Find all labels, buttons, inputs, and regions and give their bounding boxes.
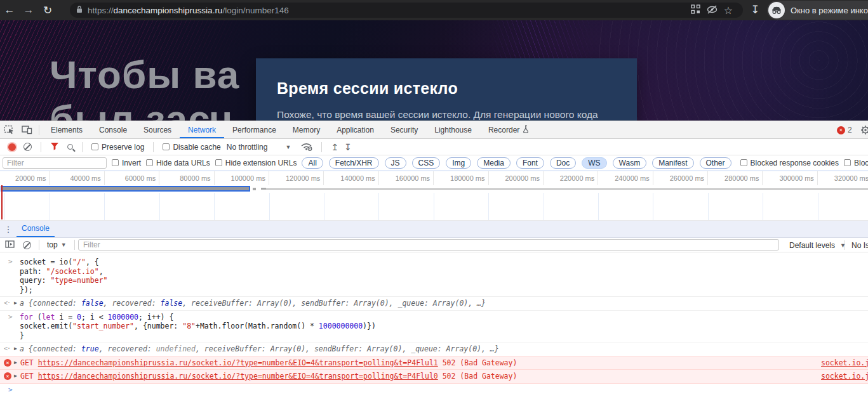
filter-hide-extension-urls-checkbox[interactable] (215, 159, 222, 166)
preserve-log-checkbox[interactable] (91, 143, 98, 150)
incognito-window-label: Окно в режиме инкогнито (791, 6, 868, 15)
devtools-settings-gear-icon[interactable] (860, 125, 868, 137)
type-filter-fetch-xhr[interactable]: Fetch/XHR (329, 157, 379, 169)
devtools-panel: ElementsConsoleSourcesNetworkPerformance… (0, 121, 868, 411)
download-icon[interactable]: ↧ (751, 3, 759, 16)
divider (153, 142, 154, 152)
tab-network[interactable]: Network (180, 121, 224, 138)
type-filter-manifest[interactable]: Manifest (652, 157, 693, 169)
record-network-log-button[interactable] (8, 143, 16, 151)
address-bar[interactable]: https://dancechampionshiprussia.ru/login… (70, 3, 743, 18)
type-filter-doc[interactable]: Doc (550, 157, 576, 169)
network-timeline-ruler[interactable]: 20000 ms40000 ms60000 ms80000 ms100000 m… (0, 171, 868, 185)
type-filter-img[interactable]: Img (446, 157, 471, 169)
filter-invert[interactable]: Invert (112, 159, 141, 167)
filter-hide-extension-urls[interactable]: Hide extension URLs (215, 159, 297, 167)
throttling-dropdown[interactable]: No throttling ▼ (227, 143, 291, 152)
timeline-tick: 80000 ms (159, 171, 214, 185)
type-filter-js[interactable]: JS (385, 157, 406, 169)
tab-recorder[interactable]: Recorder (480, 121, 538, 138)
network-conditions-icon[interactable] (300, 141, 312, 153)
console-sidebar-icon[interactable] (5, 240, 15, 250)
expand-triangle-icon[interactable]: ▶ (14, 372, 17, 381)
console-levels-dropdown[interactable]: Default levels ▼ (789, 238, 846, 252)
timeline-tick: 280000 ms (708, 171, 763, 185)
filter-funnel-icon[interactable] (50, 142, 59, 152)
divider (74, 240, 75, 250)
timeline-tick: 180000 ms (434, 171, 488, 185)
type-filter-css[interactable]: CSS (412, 157, 441, 169)
back-icon[interactable]: ← (0, 4, 19, 16)
filter-blocked-response-cookies[interactable]: Blocked response cookies (740, 159, 839, 167)
tab-sources[interactable]: Sources (135, 121, 180, 138)
browser-toolbar: ← → ↻ https://dancechampionshiprussia.ru… (0, 0, 868, 20)
tab-application[interactable]: Application (328, 121, 382, 138)
filter-hide-data-urls[interactable]: Hide data URLs (146, 159, 210, 167)
error-source-link[interactable]: socket.io.js (821, 372, 868, 381)
filter-blocked-requests-checkbox[interactable] (844, 159, 851, 166)
error-icon: × (4, 372, 11, 380)
filter-hide-data-urls-checkbox[interactable] (146, 159, 153, 166)
inspect-element-icon[interactable] (0, 121, 18, 138)
filter-blocked-requests[interactable]: Blocked requests (844, 159, 868, 167)
issues-counter[interactable]: No Issues (851, 238, 868, 252)
error-badge-icon: × (837, 126, 845, 134)
error-request-url-link[interactable]: https://dancechampionshiprussia.ru/socke… (38, 372, 438, 381)
network-waterfall[interactable] (0, 185, 868, 221)
forward-icon[interactable]: → (19, 4, 38, 16)
tab-security[interactable]: Security (382, 121, 426, 138)
eye-off-icon[interactable] (704, 5, 720, 16)
expand-triangle-icon[interactable]: ▶ (14, 299, 17, 308)
divider (41, 142, 41, 152)
disable-cache-checkbox[interactable] (163, 143, 170, 150)
export-har-icon[interactable]: ↧ (344, 142, 352, 152)
error-source-link[interactable]: socket.io.js (821, 358, 868, 368)
type-filter-wasm[interactable]: Wasm (613, 157, 647, 169)
pending-request-bar[interactable] (266, 188, 868, 190)
type-filter-media[interactable]: Media (477, 157, 511, 169)
console-filter-input[interactable] (78, 239, 779, 251)
request-bar-fragment[interactable] (261, 188, 266, 190)
more-tools-kebab-icon[interactable]: ⋮ (0, 225, 17, 234)
type-filter-all[interactable]: All (302, 157, 323, 169)
reload-icon[interactable]: ↻ (38, 4, 57, 17)
import-har-icon[interactable]: ↥ (331, 142, 338, 152)
error-request-url-link[interactable]: https://dancechampionshiprussia.ru/socke… (38, 358, 438, 367)
type-filter-font[interactable]: Font (516, 157, 544, 169)
tab-elements[interactable]: Elements (43, 121, 91, 138)
tab-console[interactable]: Console (91, 121, 135, 138)
expand-triangle-icon[interactable]: ▶ (14, 344, 17, 354)
selected-websocket-request-bar[interactable] (1, 186, 250, 192)
lock-icon (76, 4, 83, 16)
url-text[interactable]: https://dancechampionshiprussia.ru/login… (88, 6, 687, 15)
load-event-marker (1, 185, 3, 219)
device-toolbar-icon[interactable] (18, 121, 36, 138)
clear-network-log-icon[interactable] (23, 143, 32, 151)
request-bar-fragment[interactable] (253, 188, 256, 190)
preserve-log-toggle[interactable]: Preserve log (91, 143, 144, 152)
bookmark-star-icon[interactable]: ☆ (720, 4, 737, 16)
disable-cache-toggle[interactable]: Disable cache (163, 143, 220, 152)
javascript-context-dropdown[interactable]: top ▼ (47, 240, 67, 249)
flask-icon (523, 125, 530, 135)
drawer-tab-console[interactable]: Console (17, 221, 55, 237)
tab-lighthouse[interactable]: Lighthouse (426, 121, 480, 138)
filter-invert-checkbox[interactable] (112, 159, 119, 166)
network-filter-input[interactable] (3, 157, 107, 169)
expand-triangle-icon[interactable]: ▶ (14, 358, 17, 368)
console-prompt-row[interactable]: > (0, 384, 868, 396)
timeline-tick: 100000 ms (215, 171, 269, 185)
result-marker-icon: <· (4, 299, 10, 308)
filter-blocked-response-cookies-checkbox[interactable] (740, 159, 747, 166)
search-network-icon[interactable] (67, 144, 73, 150)
type-filter-other[interactable]: Other (700, 157, 731, 169)
chevron-down-icon: ▼ (61, 242, 67, 248)
console-error-badge[interactable]: × 2 (837, 126, 852, 134)
type-filter-ws[interactable]: WS (582, 157, 606, 169)
timeline-tick: 260000 ms (653, 171, 708, 185)
incognito-chip[interactable]: Окно в режиме инкогнито (767, 1, 868, 20)
qr-code-icon[interactable] (687, 4, 704, 16)
tab-performance[interactable]: Performance (224, 121, 284, 138)
tab-memory[interactable]: Memory (284, 121, 328, 138)
clear-console-icon[interactable] (23, 241, 31, 249)
